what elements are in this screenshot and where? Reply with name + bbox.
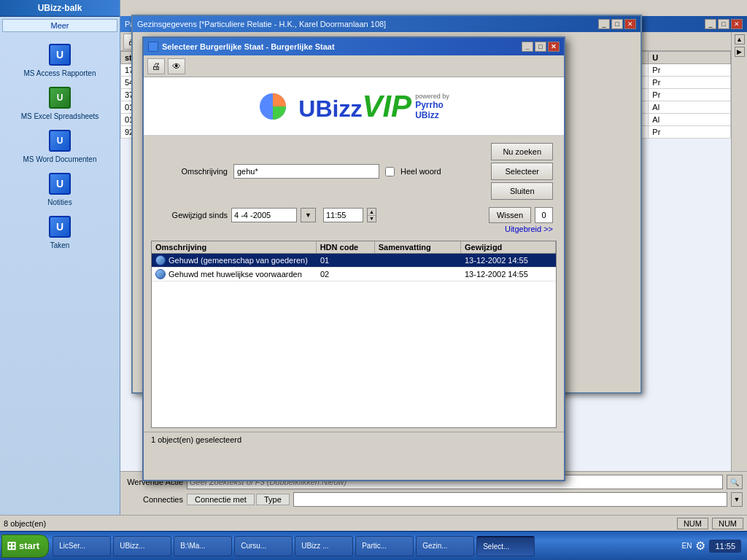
dialog-title: Selecteer Burgerlijke Staat - Burgerlijk… xyxy=(162,42,335,51)
dialog-maximize-btn[interactable]: □ xyxy=(535,42,546,52)
taskbar-item-ubizz2[interactable]: UBizz ... xyxy=(295,536,353,556)
result-cell-samenvatting xyxy=(375,259,461,262)
sidebar: UBizz-balk Meer U MS Access Rapporten U … xyxy=(0,0,120,531)
print-icon-btn[interactable]: 🖨 xyxy=(147,58,165,74)
dialog-status-text: 1 object(en) geselecteerd xyxy=(151,435,241,444)
dialog-minimize-btn[interactable]: _ xyxy=(522,42,533,52)
col-header-omschrijving: Omschrijving xyxy=(152,241,317,253)
action-buttons: Nu zoeken Selecteer Sluiten xyxy=(491,143,553,200)
table-cell: Al xyxy=(649,114,731,126)
dialog-close-btn[interactable]: ✕ xyxy=(548,42,560,52)
scroll-up-btn[interactable]: ▲ xyxy=(735,34,745,44)
sidebar-meer-btn[interactable]: Meer xyxy=(2,19,117,32)
results-header: Omschrijving HDN code Samenvatting Gewij… xyxy=(152,241,556,254)
taskbar-clock: 11:55 xyxy=(709,540,741,553)
table-cell: Al xyxy=(649,101,731,114)
result-cell-omschrijving: Gehuwd (gemeenschap van goederen) xyxy=(152,254,317,267)
time-spinner: ▲ ▼ xyxy=(367,208,376,222)
start-label: start xyxy=(19,540,39,551)
result-cell-hdn: 02 xyxy=(317,268,375,280)
taskbar-item-partic-label: Partic... xyxy=(362,542,387,550)
logo-chart xyxy=(258,92,287,121)
wissen-btn[interactable]: Wissen xyxy=(489,207,531,223)
sluiten-btn[interactable]: Sluiten xyxy=(491,182,553,200)
connecties-label: Connecties xyxy=(125,495,183,504)
results-list: Omschrijving HDN code Samenvatting Gewij… xyxy=(151,241,557,428)
result-row[interactable]: Gehuwd met huwelijkse voorwaarden0213-12… xyxy=(152,268,556,281)
gezin-titlebar: Gezinsgegevens [*Particuliere Relatie - … xyxy=(133,16,640,32)
sidebar-label-excel: MS Excel Spreadsheets xyxy=(21,112,99,120)
row-icon xyxy=(155,255,166,265)
taskbar-lang: EN xyxy=(682,542,692,550)
taskbar-item-bma-label: B:\Ma... xyxy=(180,542,205,550)
sidebar-label-taken: Taken xyxy=(50,241,70,249)
uitgebreid-link[interactable]: Uitgebreid >> xyxy=(505,225,553,233)
results-rows: Gehuwd (gemeenschap van goederen)0113-12… xyxy=(152,254,556,281)
parent-maximize-btn[interactable]: □ xyxy=(718,19,729,29)
connecties-dropdown[interactable]: ▼ xyxy=(731,492,743,507)
connecties-content xyxy=(293,492,727,507)
result-row[interactable]: Gehuwd (gemeenschap van goederen)0113-12… xyxy=(152,254,556,268)
sidebar-item-access[interactable]: U MS Access Rapporten xyxy=(24,42,96,77)
status-bar: 8 object(en) NUM NUM xyxy=(0,515,747,531)
selecteer-btn[interactable]: Selecteer xyxy=(491,163,553,180)
access-icon: U xyxy=(47,42,73,68)
taskbar-item-bma[interactable]: B:\Ma... xyxy=(174,536,232,556)
taskbar-item-select[interactable]: Select... xyxy=(476,536,535,556)
dialog-logo: UBizz VIP powered by Pyrrho UBizz xyxy=(144,77,564,136)
taskbar-item-select-label: Select... xyxy=(483,542,509,551)
date-dropdown-btn[interactable]: ▼ xyxy=(301,208,316,222)
search-form: Omschrijving Heel woord Nu zoeken Select… xyxy=(144,136,564,241)
sidebar-item-excel[interactable]: U MS Excel Spreadsheets xyxy=(21,85,99,120)
taskbar: ⊞ start LicSer... UBizz... B:\Ma... Curs… xyxy=(0,531,747,560)
tab-type[interactable]: Type xyxy=(256,494,290,505)
taskbar-item-partic[interactable]: Partic... xyxy=(355,536,414,556)
taken-icon: U xyxy=(47,214,73,240)
gezin-window-controls: _ □ ✕ xyxy=(598,19,636,29)
date-display: 4 -4 -2005 xyxy=(231,208,297,222)
taskbar-item-licser[interactable]: LicSer... xyxy=(53,536,111,556)
col-header-hdn: HDN code xyxy=(317,241,375,253)
gewijzigd-row: Gewijzigd sinds 4 -4 -2005 ▼ 11:55 ▲ ▼ W… xyxy=(155,207,553,223)
wissen-count: 0 xyxy=(535,207,553,223)
gezin-maximize-btn[interactable]: □ xyxy=(611,19,623,29)
nu-zoeken-btn[interactable]: Nu zoeken xyxy=(491,143,553,160)
parent-minimize-btn[interactable]: _ xyxy=(705,19,716,29)
tab-connectie-met[interactable]: Connectie met xyxy=(187,494,255,505)
taskbar-item-cursu[interactable]: Cursu... xyxy=(234,536,293,556)
scroll-right-btn[interactable]: ▶ xyxy=(735,47,745,57)
gezin-minimize-btn[interactable]: _ xyxy=(598,19,610,29)
start-button[interactable]: ⊞ start xyxy=(1,534,49,558)
time-display: 11:55 xyxy=(323,208,363,222)
dialog-status-bar: 1 object(en) geselecteerd xyxy=(144,432,564,447)
result-cell-gewijzigd: 13-12-2002 14:55 xyxy=(461,254,556,266)
num-lock-1: NUM xyxy=(677,518,708,529)
wervende-zoek-btn[interactable]: 🔍 xyxy=(727,475,743,489)
select-dialog-titlebar: Selecteer Burgerlijke Staat - Burgerlijk… xyxy=(144,38,564,55)
sidebar-item-taken[interactable]: U Taken xyxy=(47,214,73,249)
logo-text: UBizz VIP xyxy=(298,91,411,122)
sidebar-label-notities: Notities xyxy=(47,198,71,206)
results-empty-area xyxy=(152,281,556,427)
notities-icon: U xyxy=(47,171,73,197)
gezin-title: Gezinsgegevens [*Particuliere Relatie - … xyxy=(137,20,386,28)
gewijzigd-label: Gewijzigd sinds xyxy=(155,211,228,219)
time-up-btn[interactable]: ▲ xyxy=(368,209,376,216)
col-type: U xyxy=(649,52,731,64)
gezin-close-btn[interactable]: ✕ xyxy=(624,19,636,29)
omschrijving-input[interactable] xyxy=(233,164,379,179)
parent-close-btn[interactable]: ✕ xyxy=(731,19,743,29)
sidebar-item-notities[interactable]: U Notities xyxy=(47,171,73,206)
taskbar-item-gezin-label: Gezin... xyxy=(422,542,447,550)
taskbar-item-ubizz1[interactable]: UBizz... xyxy=(113,536,171,556)
parent-window-controls: _ □ ✕ xyxy=(705,19,743,29)
windows-icon: ⊞ xyxy=(7,539,16,553)
dialog-icon xyxy=(148,42,158,52)
view-icon-btn[interactable]: 👁 xyxy=(168,58,185,74)
taskbar-right: EN ⚙ 11:55 xyxy=(676,539,747,553)
taskbar-item-gezin[interactable]: Gezin... xyxy=(416,536,474,556)
heel-woord-checkbox[interactable] xyxy=(385,167,395,176)
dialog-window-controls: _ □ ✕ xyxy=(522,42,560,52)
time-down-btn[interactable]: ▼ xyxy=(368,216,376,222)
sidebar-item-word[interactable]: U MS Word Documenten xyxy=(23,128,97,163)
